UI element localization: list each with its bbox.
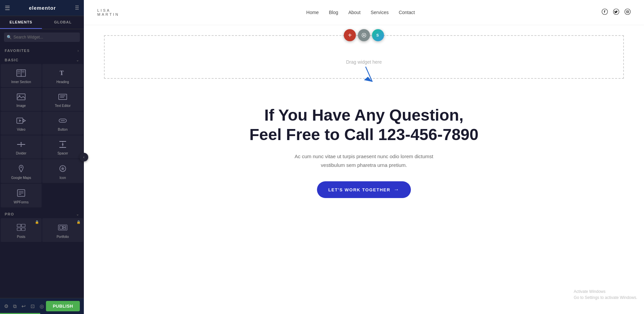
- widget-inner-section[interactable]: Inner Section: [1, 64, 42, 87]
- search-input[interactable]: [4, 33, 80, 42]
- tab-global[interactable]: GLOBAL: [42, 16, 84, 29]
- nav-link-about[interactable]: About: [348, 10, 361, 15]
- nav-link-home[interactable]: Home: [306, 10, 319, 15]
- svg-point-46: [627, 11, 628, 12]
- portfolio-lock-icon: 🔒: [76, 220, 80, 224]
- widget-google-maps[interactable]: Google Maps: [1, 159, 42, 183]
- main-content-section: If You Have Any Question, Feel Free to C…: [84, 85, 644, 225]
- svg-rect-2: [17, 71, 20, 72]
- svg-rect-3: [17, 72, 20, 73]
- widget-divider[interactable]: Divider: [1, 135, 42, 159]
- widget-image[interactable]: Image: [1, 88, 42, 111]
- svg-rect-4: [17, 73, 20, 74]
- text-editor-icon: [58, 93, 67, 102]
- widget-google-maps-label: Google Maps: [11, 176, 31, 180]
- sidebar-footer: ⚙ ⧉ ↩ ⊡ ◎ PUBLISH: [0, 298, 84, 314]
- svg-marker-15: [19, 119, 21, 122]
- svg-point-27: [20, 167, 22, 168]
- responsive-icon[interactable]: ⊡: [31, 303, 35, 309]
- chevron-basic-icon: ⌄: [76, 58, 79, 62]
- svg-rect-35: [21, 224, 25, 227]
- widget-video[interactable]: Video: [1, 112, 42, 135]
- widget-posts[interactable]: 🔒 Posts: [1, 218, 42, 242]
- facebook-icon[interactable]: [602, 9, 608, 16]
- publish-button[interactable]: PUBLISH: [46, 301, 80, 311]
- sidebar-collapse-button[interactable]: ‹: [79, 153, 88, 162]
- drag-arrow: [361, 65, 377, 83]
- svg-text:T: T: [60, 70, 64, 76]
- widget-image-label: Image: [16, 104, 26, 108]
- search-icon: 🔍: [7, 35, 12, 40]
- svg-marker-26: [62, 144, 64, 146]
- sidebar-tabs: ELEMENTS GLOBAL: [0, 16, 84, 29]
- svg-text:S: S: [376, 33, 379, 37]
- instagram-icon[interactable]: [625, 9, 631, 16]
- svg-marker-21: [20, 146, 22, 147]
- divider-icon: [16, 141, 26, 149]
- spacer-icon: [58, 141, 67, 149]
- button-icon: [58, 117, 67, 126]
- svg-rect-34: [17, 224, 21, 227]
- svg-point-44: [625, 9, 630, 14]
- google-maps-icon: [16, 165, 26, 174]
- widget-button[interactable]: Button: [42, 112, 83, 135]
- preview-icon[interactable]: ◎: [40, 303, 44, 309]
- section-basic[interactable]: BASIC ⌄: [0, 55, 84, 64]
- tab-elements[interactable]: ELEMENTS: [0, 16, 42, 29]
- widget-text-editor[interactable]: Text Editor: [42, 88, 83, 111]
- wpforms-icon: [16, 189, 26, 198]
- section-favorites[interactable]: FAVORITES ›: [0, 45, 84, 55]
- widget-video-label: Video: [17, 128, 25, 131]
- main-subtitle: Ac cum nunc vitae ut turpis praesent nun…: [91, 152, 637, 169]
- svg-rect-8: [17, 94, 25, 100]
- svg-rect-36: [17, 228, 21, 231]
- nav-logo-name: LISA: [97, 8, 119, 12]
- sidebar-header: ☰ elementor ⠿: [0, 0, 84, 16]
- svg-rect-6: [22, 72, 24, 73]
- basic-widget-grid: Inner Section T Heading: [0, 64, 84, 209]
- chevron-favorites-icon: ›: [77, 49, 79, 53]
- drag-widget-label: Drag widget here: [346, 59, 382, 65]
- drop-zone[interactable]: + S Drag widget here: [104, 35, 624, 79]
- widget-text-editor-label: Text Editor: [55, 104, 70, 108]
- svg-point-47: [628, 11, 629, 11]
- icon-icon: [58, 165, 67, 174]
- image-icon: [16, 93, 26, 102]
- widget-portfolio-label: Portfolio: [57, 235, 69, 239]
- widget-divider-label: Divider: [16, 151, 26, 155]
- svg-marker-14: [23, 119, 25, 122]
- widget-heading-label: Heading: [56, 80, 69, 84]
- widget-heading[interactable]: T Heading: [42, 64, 83, 87]
- hamburger-icon[interactable]: ☰: [5, 4, 10, 12]
- nav-link-contact[interactable]: Contact: [399, 10, 415, 15]
- edit-element-button[interactable]: [358, 29, 370, 41]
- svg-rect-37: [21, 228, 25, 231]
- widget-wpforms[interactable]: WPForms: [1, 184, 42, 207]
- svg-rect-40: [63, 226, 66, 227]
- widget-spacer[interactable]: Spacer: [42, 135, 83, 159]
- nav-logo-sub: MARTIN: [97, 12, 119, 16]
- posts-lock-icon: 🔒: [35, 220, 39, 224]
- cta-button[interactable]: LET'S WORK TOGETHER →: [317, 181, 411, 198]
- elementor-logo-button[interactable]: S: [372, 29, 384, 41]
- widget-portfolio[interactable]: 🔒 Portfolio: [42, 218, 83, 242]
- history-icon[interactable]: ↩: [21, 303, 26, 309]
- widget-button-label: Button: [58, 128, 68, 131]
- widget-wpforms-label: WPForms: [14, 200, 29, 204]
- posts-icon: [16, 224, 26, 233]
- site-nav: LISA MARTIN Home Blog About Services Con…: [84, 0, 644, 25]
- nav-link-services[interactable]: Services: [371, 10, 389, 15]
- widget-icon[interactable]: Icon: [42, 159, 83, 183]
- main-headline: If You Have Any Question, Feel Free to C…: [91, 106, 637, 144]
- add-element-button[interactable]: +: [344, 29, 356, 41]
- layers-icon[interactable]: ⧉: [13, 303, 17, 309]
- section-pro[interactable]: PRO ⌄: [0, 209, 84, 218]
- apps-icon[interactable]: ⠿: [75, 4, 79, 12]
- widget-spacer-label: Spacer: [57, 151, 68, 155]
- nav-link-blog[interactable]: Blog: [329, 10, 338, 15]
- svg-rect-39: [60, 226, 62, 229]
- settings-icon[interactable]: ⚙: [4, 303, 8, 309]
- headline-line2: Feel Free to Call 123-456-7890: [91, 125, 637, 144]
- svg-marker-25: [62, 143, 64, 144]
- twitter-icon[interactable]: [613, 9, 619, 16]
